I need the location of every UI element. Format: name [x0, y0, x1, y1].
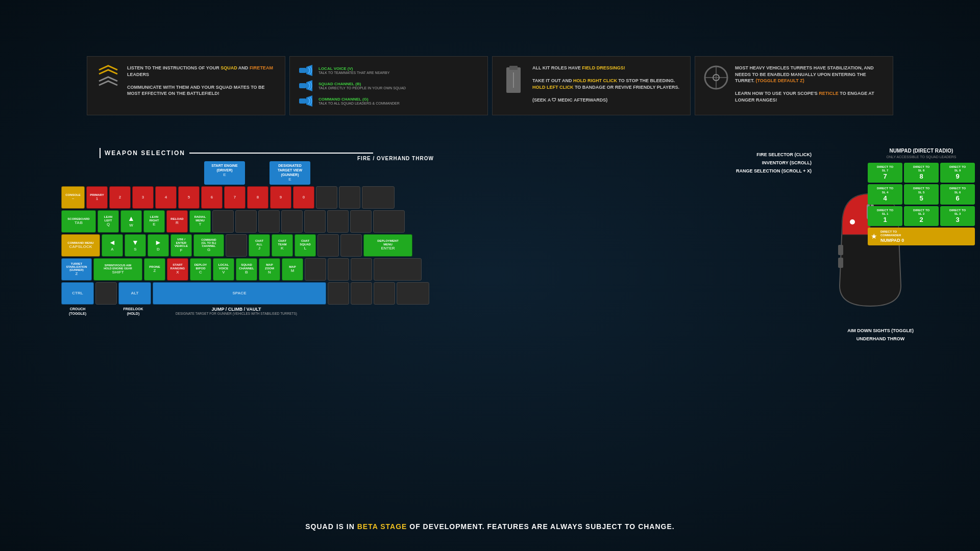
ads-line2: UNDERHAND THROW [847, 335, 914, 343]
key-backslash[interactable] [373, 210, 405, 233]
label-crouch: CROUCH(TOGGLE) [61, 307, 94, 316]
numpad-key-5[interactable]: DIRECT TOSL 5 5 [904, 184, 939, 204]
start-engine-tooltip: START ENGINE(DRIVER)E [204, 161, 245, 185]
key-l-chatsquad[interactable]: CHATSQUAD L [295, 234, 316, 257]
panel-squad-voice: LISTEN TO THE INSTRUCTIONS OF YOUR SQUAD… [87, 56, 285, 115]
key-alt-freelook[interactable]: ALT [118, 282, 151, 305]
voice-channel-list: LOCAL VOICE (V) TALK TO TEAMMATES THAT A… [298, 65, 406, 107]
ads-line1: AIM DOWN SIGHTS (TOGGLE) [847, 327, 914, 335]
main-container: LISTEN TO THE INSTRUCTIONS OF YOUR SQUAD… [0, 0, 980, 551]
key-j-chatall[interactable]: CHATALL J [249, 234, 270, 257]
key-rctrl[interactable] [397, 282, 429, 305]
numpad-key-3[interactable]: DIRECT TOSL 3 3 [940, 206, 975, 226]
key-comma[interactable] [305, 258, 326, 281]
key-ctrl-crouch[interactable]: CTRL [61, 282, 94, 305]
squad-icon [95, 65, 121, 90]
kb-row-numbers: CONSOLE ~ PRIMARY 1 2 3 4 5 6 7 8 9 0 [61, 186, 572, 209]
key-e-lean-right[interactable]: LEANRIGHT E [143, 210, 165, 233]
key-u[interactable] [235, 210, 257, 233]
key-4[interactable]: 4 [155, 186, 177, 209]
numpad-key-commander[interactable]: ★ DIRECT TOCOMMANDER NUMPAD 0 [868, 228, 975, 245]
key-console[interactable]: CONSOLE ~ [61, 186, 85, 209]
key-minus[interactable] [316, 186, 337, 209]
numpad-row-789: DIRECT TOSL 7 7 DIRECT TOSL 8 8 DIRECT T… [868, 163, 975, 183]
numpad-key-8[interactable]: DIRECT TOSL 8 8 [904, 163, 939, 183]
key-9[interactable]: 9 [270, 186, 291, 209]
panel-turret-text: MOST HEAVY VEHICLES TURRETS HAVE STABILI… [735, 65, 885, 104]
numpad-key-1[interactable]: DIRECT TOSL 1 1 [868, 206, 902, 226]
local-voice-item: LOCAL VOICE (V) TALK TO TEAMMATES THAT A… [298, 65, 406, 76]
key-8[interactable]: 8 [247, 186, 268, 209]
key-a-left[interactable]: ◄ A [102, 234, 123, 257]
star-icon: ★ [871, 232, 877, 240]
key-slash[interactable] [351, 258, 372, 281]
key-2[interactable]: 2 [109, 186, 131, 209]
key-period[interactable] [328, 258, 349, 281]
key-rshift[interactable] [374, 258, 422, 281]
key-d-right[interactable]: ► D [148, 234, 169, 257]
key-win[interactable] [95, 282, 117, 305]
numpad-key-4[interactable]: DIRECT TOSL 4 4 [868, 184, 902, 204]
svg-rect-4 [299, 98, 306, 104]
key-ralt[interactable] [328, 282, 349, 305]
key-x-startranging[interactable]: STARTRANGING X [167, 258, 188, 281]
key-shift-sprint[interactable]: SPRINT/FOCUS AIMHOLD ENGINE GEAR SHIFT [93, 258, 142, 281]
key-c-deploybipod[interactable]: DEPLOYBIPOD C [190, 258, 211, 281]
key-v-localvoice[interactable]: LOCALVOICE V [213, 258, 234, 281]
svg-rect-2 [299, 83, 306, 88]
key-s-down[interactable]: ▼ S [125, 234, 146, 257]
key-t-radial[interactable]: RADIALMENU T [189, 210, 211, 233]
key-7[interactable]: 7 [224, 186, 246, 209]
key-q-lean-left[interactable]: LEANLEFT Q [97, 210, 119, 233]
numpad-key-7[interactable]: DIRECT TOSL 7 7 [868, 163, 902, 183]
numpad-key-2[interactable]: DIRECT TOSL 2 2 [904, 206, 939, 226]
key-g-commandchannel[interactable]: COMMAND(GL TO SL)CHANNEL G [193, 234, 224, 257]
key-0[interactable]: 0 [293, 186, 314, 209]
key-i[interactable] [258, 210, 280, 233]
e-tooltip-row: START ENGINE(DRIVER)E DESIGNATED TARGET … [204, 161, 572, 185]
key-3[interactable]: 3 [132, 186, 154, 209]
label-jump: JUMP / CLIMB / VAULT DESIGNATE TARGET FO… [150, 307, 323, 316]
key-caps-commandmenu[interactable]: COMMAND MENU CAPSLOCK [61, 234, 100, 257]
keyboard-area: WEAPON SELECTION START ENGINE(DRIVER)E D… [61, 148, 572, 316]
key-backspace[interactable] [362, 186, 395, 209]
key-p[interactable] [304, 210, 326, 233]
key-lbracket[interactable] [327, 210, 349, 233]
key-menu[interactable] [374, 282, 395, 305]
key-quote[interactable] [340, 234, 362, 257]
key-m-map[interactable]: MAP M [282, 258, 303, 281]
fire-selector-line1: FIRE SELECTOR (CLICK) [736, 151, 812, 159]
key-5[interactable]: 5 [178, 186, 200, 209]
key-space-jump[interactable]: SPACE [153, 282, 326, 305]
key-tab-scoreboard[interactable]: SCOREBOARD TAB [61, 210, 96, 233]
key-n-mapzoom[interactable]: MAPZOOM N [259, 258, 280, 281]
key-rbracket[interactable] [350, 210, 372, 233]
svg-rect-0 [299, 68, 306, 73]
numpad-key-9[interactable]: DIRECT TOSL 9 9 [940, 163, 975, 183]
numpad-key-6[interactable]: DIRECT TOSL 6 6 [940, 184, 975, 204]
medkit-icon [501, 65, 526, 95]
label-freelook: FREELOOK(HOLD) [117, 307, 150, 316]
squad-channel-item: SQUAD CHANNEL (B) TALK DIRECTLY TO PEOPL… [298, 80, 406, 91]
key-f-use[interactable]: USE /ENTERVEHICLE F [170, 234, 192, 257]
key-b-squadchannel[interactable]: SQUADCHANNEL B [236, 258, 257, 281]
key-semicolon[interactable] [317, 234, 339, 257]
bottom-text-suffix: OF DEVELOPMENT. FEATURES ARE ALWAYS SUBJ… [407, 522, 674, 531]
bottom-beta-text: SQUAD IS IN BETA STAGE OF DEVELOPMENT. F… [0, 522, 980, 531]
key-y[interactable] [212, 210, 234, 233]
key-r-reload[interactable]: RELOAD R [166, 210, 188, 233]
key-1[interactable]: PRIMARY 1 [86, 186, 108, 209]
key-h[interactable] [226, 234, 247, 257]
key-enter-deployment[interactable]: DEPLOYMENTMENU ENTER [363, 234, 412, 257]
panel-dressings-text: ALL KIT ROLES HAVE FIELD DRESSINGS! TAKE… [532, 65, 679, 104]
key-fn[interactable] [351, 282, 372, 305]
svg-point-15 [850, 219, 855, 224]
key-k-chatteam[interactable]: CHATTEAM K [272, 234, 293, 257]
key-turret-stab[interactable]: TURRETSTABILIZATION(GUNNER) Z [61, 258, 92, 281]
key-6[interactable]: 6 [201, 186, 223, 209]
fire-selector-text: FIRE SELECTOR (CLICK) INVENTORY (SCROLL)… [736, 151, 812, 176]
key-o[interactable] [281, 210, 303, 233]
key-z-prone[interactable]: PRONE Z [144, 258, 165, 281]
key-w-up[interactable]: ▲ W [120, 210, 142, 233]
key-equals[interactable] [339, 186, 360, 209]
